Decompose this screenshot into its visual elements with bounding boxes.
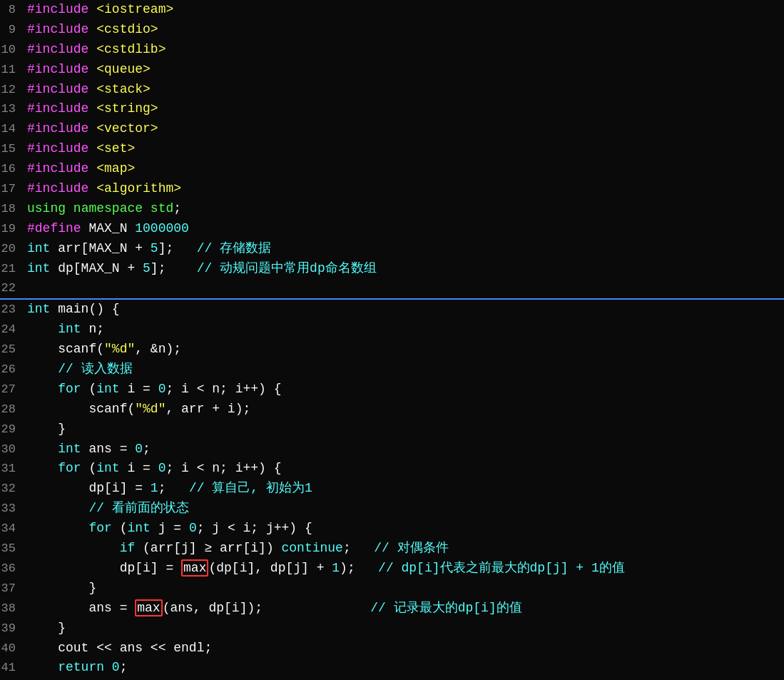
- line-13: 13 #include <string>: [0, 99, 784, 119]
- code-editor: 8 #include <iostream> 9 #include <cstdio…: [0, 0, 784, 680]
- line-10: 10 #include <cstdlib>: [0, 40, 784, 60]
- line-30: 30 int ans = 0;: [0, 440, 784, 460]
- line-16: 16 #include <map>: [0, 159, 784, 179]
- line-21: 21 int dp[MAX_N + 5]; // 动规问题中常用dp命名数组: [0, 259, 784, 279]
- line-18: 18 using namespace std;: [0, 199, 784, 219]
- line-25: 25 scanf("%d", &n);: [0, 340, 784, 360]
- line-29: 29 }: [0, 420, 784, 440]
- line-24: 24 int n;: [0, 320, 784, 340]
- line-39: 39 }: [0, 619, 784, 639]
- line-23: 23 int main() {: [0, 300, 784, 320]
- line-33: 33 // 看前面的状态: [0, 499, 784, 519]
- line-15: 15 #include <set>: [0, 139, 784, 159]
- line-36: 36 dp[i] = max(dp[i], dp[j] + 1); // dp[…: [0, 559, 784, 579]
- line-11: 11 #include <queue>: [0, 60, 784, 80]
- line-20: 20 int arr[MAX_N + 5]; // 存储数据: [0, 239, 784, 259]
- line-31: 31 for (int i = 0; i < n; i++) {: [0, 459, 784, 479]
- line-17: 17 #include <algorithm>: [0, 179, 784, 199]
- line-28: 28 scanf("%d", arr + i);: [0, 400, 784, 420]
- line-27: 27 for (int i = 0; i < n; i++) {: [0, 380, 784, 400]
- max-highlight-1: max: [181, 559, 208, 577]
- line-26: 26 // 读入数据: [0, 360, 784, 380]
- max-highlight-2: max: [135, 599, 162, 616]
- line-40: 40 cout << ans << endl;: [0, 639, 784, 659]
- line-12: 12 #include <stack>: [0, 80, 784, 100]
- line-38: 38 ans = max(ans, dp[i]); // 记录最大的dp[i]的…: [0, 599, 784, 619]
- line-9: 9 #include <cstdio>: [0, 20, 784, 40]
- line-41: 41 return 0;: [0, 658, 784, 678]
- line-35: 35 if (arr[j] ≥ arr[i]) continue; // 对偶条…: [0, 539, 784, 559]
- line-37: 37 }: [0, 579, 784, 599]
- line-19: 19 #define MAX_N 1000000: [0, 219, 784, 239]
- line-8: 8 #include <iostream>: [0, 0, 784, 20]
- line-22: 22: [0, 278, 784, 298]
- line-34: 34 for (int j = 0; j < i; j++) {: [0, 519, 784, 539]
- line-14: 14 #include <vector>: [0, 119, 784, 139]
- line-32: 32 dp[i] = 1; // 算自己, 初始为1: [0, 479, 784, 499]
